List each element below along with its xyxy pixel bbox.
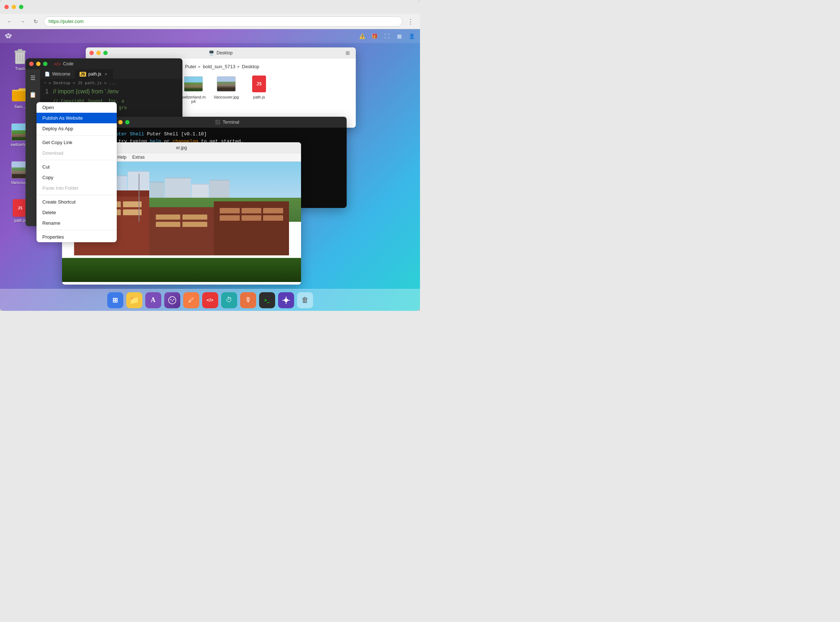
sample-label: Sam... <box>14 104 26 109</box>
ctx-rename[interactable]: Rename <box>37 218 117 229</box>
welcome-tab-icon: 📄 <box>44 72 50 76</box>
image-window-title: er.jpg <box>176 145 187 150</box>
code-minimize-button[interactable] <box>36 62 41 66</box>
taskbar: ⊞ 📁 A 🖊 </> ⏱ 🎙 >_ <box>0 289 420 311</box>
win-minimize-button[interactable] <box>96 51 101 55</box>
menu-extras[interactable]: Extras <box>133 155 145 160</box>
browser-frame: ← → ↻ ⋮ ⚠️ 🎁 <box>0 0 420 311</box>
ctx-divider-3 <box>37 195 117 195</box>
tab-welcome[interactable]: 📄 Welcome <box>40 69 75 79</box>
files-icon[interactable]: 📋 <box>27 89 38 100</box>
terminal-icon: ⬛ <box>215 120 220 125</box>
ctx-get-copy-link[interactable]: Get Copy Link <box>37 137 117 148</box>
breadcrumb-sep1: ► <box>198 64 201 69</box>
breadcrumb-desktop: Desktop <box>242 64 259 69</box>
refresh-button[interactable]: ↻ <box>30 17 41 27</box>
svg-rect-7 <box>18 49 22 52</box>
ctx-copy[interactable]: Copy <box>37 172 117 183</box>
ctx-download: Download <box>37 148 117 159</box>
pathjs-label: path.js <box>14 218 26 223</box>
dock-spider[interactable] <box>278 292 294 308</box>
dock-code[interactable]: </> <box>202 292 218 308</box>
svg-point-2 <box>9 34 12 37</box>
svg-point-11 <box>169 297 176 304</box>
account-icon[interactable]: 👤 <box>408 32 416 40</box>
puter-desktop: ⚠️ 🎁 ⛶ ▦ 👤 <box>0 29 420 311</box>
warning-icon[interactable]: ⚠️ <box>358 32 366 40</box>
dock-files[interactable]: 📁 <box>126 292 142 308</box>
ctx-open[interactable]: Open <box>37 102 117 113</box>
switzerland-file-icon <box>184 75 203 93</box>
ctx-paste-into-folder: Paste Into Folder <box>37 183 117 194</box>
dock-mic[interactable]: 🎙 <box>240 292 256 308</box>
svg-point-15 <box>284 299 288 302</box>
svg-point-0 <box>5 34 7 37</box>
maximize-button[interactable] <box>19 5 23 9</box>
ctx-create-shortcut[interactable]: Create Shortcut <box>37 197 117 207</box>
code-maximize-button[interactable] <box>43 62 47 66</box>
file-item-pathjs[interactable]: JS path.js <box>246 75 272 104</box>
ctx-deploy-app[interactable]: Deploy As App <box>37 123 117 134</box>
qr-icon[interactable]: ▦ <box>395 32 403 40</box>
file-item-vancouver[interactable]: Vancouver.jpg <box>213 75 239 104</box>
dock-app-launcher[interactable]: ⊞ <box>107 292 123 308</box>
browser-menu-button[interactable]: ⋮ <box>406 17 416 27</box>
gift-icon[interactable]: 🎁 <box>370 32 378 40</box>
code-win-controls <box>29 62 47 66</box>
welcome-tab-label: Welcome <box>52 72 70 76</box>
ctx-cut[interactable]: Cut <box>37 162 117 172</box>
vancouver-file-icon <box>217 75 236 93</box>
desktop-window-title: 🖥️ Desktop <box>209 50 232 55</box>
browser-titlebar <box>0 0 420 14</box>
win-controls <box>89 51 108 55</box>
pathjs-file-label: path.js <box>253 95 265 99</box>
code-breadcrumb: ~ > Desktop > JS path.js > ... <box>40 79 183 87</box>
ctx-delete[interactable]: Delete <box>37 207 117 218</box>
forward-button[interactable]: → <box>18 17 28 27</box>
tab-pathjs[interactable]: JS path.js ✕ <box>75 69 113 79</box>
dock-gaming[interactable] <box>164 292 180 308</box>
win-close-button[interactable] <box>89 51 94 55</box>
close-button[interactable] <box>5 5 9 9</box>
pathjs-tab-icon: JS <box>79 72 86 76</box>
topbar-right: ⚠️ 🎁 ⛶ ▦ 👤 <box>358 32 416 40</box>
ctx-publish-website[interactable]: Publish As Website <box>37 113 117 123</box>
shell-version: Puter Shell [v0.1.10] <box>147 131 207 137</box>
dock-draw[interactable]: 🖊 <box>183 292 199 308</box>
pathjs-tab-label: path.js <box>88 72 101 76</box>
svg-point-13 <box>173 299 174 300</box>
fullscreen-icon[interactable]: ⛶ <box>383 32 391 40</box>
terminal-maximize-button[interactable] <box>125 120 130 124</box>
win-title-right: ⊞ <box>343 49 352 57</box>
breadcrumb: Puter ► bold_sun_5713 ► Desktop <box>185 64 259 69</box>
desktop-window-titlebar: 🖥️ Desktop ⊞ <box>86 47 356 58</box>
line-num-1: 1 <box>40 88 53 95</box>
svg-point-3 <box>6 36 8 38</box>
browser-content: ⚠️ 🎁 ⛶ ▦ 👤 <box>0 29 420 311</box>
terminal-minimize-button[interactable] <box>118 120 123 124</box>
switzerland-file-label: switzerland.mp4 <box>181 95 206 104</box>
minimize-button[interactable] <box>12 5 16 9</box>
vancouver-file-label: Vancouver.jpg <box>214 95 239 99</box>
address-bar[interactable] <box>44 17 402 27</box>
svg-point-12 <box>170 299 171 300</box>
code-close-button[interactable] <box>29 62 34 66</box>
dock-clock[interactable]: ⏱ <box>221 292 237 308</box>
context-menu: Open Publish As Website Deploy As App Ge… <box>37 102 117 242</box>
win-maximize-button[interactable] <box>103 51 108 55</box>
dock-terminal[interactable]: >_ <box>259 292 275 308</box>
pathjs-tab-close[interactable]: ✕ <box>103 72 108 76</box>
code-editor-titlebar: </> Code <box>26 58 183 69</box>
puter-topbar: ⚠️ 🎁 ⛶ ▦ 👤 <box>0 29 420 43</box>
svg-point-4 <box>8 36 11 38</box>
ctx-properties[interactable]: Properties <box>37 232 117 242</box>
file-item-switzerland[interactable]: switzerland.mp4 <box>181 75 206 104</box>
browser-toolbar: ← → ↻ ⋮ <box>0 14 420 29</box>
grid-view-button[interactable]: ⊞ <box>343 49 352 57</box>
back-button[interactable]: ← <box>5 17 15 27</box>
explorer-icon[interactable]: ☰ <box>27 72 38 83</box>
menu-help[interactable]: Help <box>117 155 127 160</box>
fg-trees <box>62 258 301 282</box>
dock-trash[interactable]: 🗑 <box>297 292 313 308</box>
dock-fonts[interactable]: A <box>145 292 161 308</box>
